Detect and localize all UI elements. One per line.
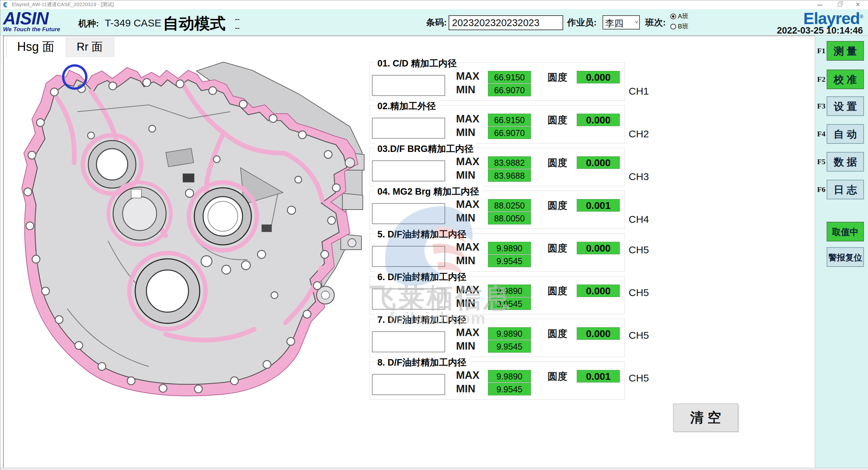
channel-label: CH2 — [629, 128, 649, 140]
max-value: 83.9882 — [488, 156, 531, 169]
aisin-logo-text: AISIN — [3, 10, 60, 27]
shift-label: 班次: — [645, 17, 666, 28]
barcode-input[interactable] — [449, 15, 563, 30]
max-label: MAX — [456, 241, 479, 253]
panel-02: 02.精加工外径 MAX 66.9150 MIN 66.9070 圆度 0.00… — [370, 105, 625, 143]
measure-button[interactable]: 测 量 — [827, 41, 864, 61]
min-value: 9.9545 — [488, 383, 531, 395]
aisin-logo: AISIN We Touch the Future — [3, 10, 60, 33]
measure-value-input[interactable] — [372, 203, 445, 224]
alarm-reset-button[interactable]: 警报复位 — [827, 247, 864, 267]
max-label: MAX — [456, 327, 479, 339]
data-button[interactable]: 数 据 — [827, 152, 864, 172]
elayred-logo: Elayred® — [803, 9, 863, 28]
shift-b-label: B班 — [678, 23, 689, 30]
app-window: Elayred_AW-11通道CASE_20220319 - [测试] ✕ AI… — [0, 0, 868, 470]
sidebar: F1 测 量 F2 校 准 F3 设 置 F4 自 动 F5 数 据 F6 日 … — [815, 36, 868, 468]
panel-title: 5. D/F油封精加工内径 — [375, 228, 469, 240]
panel-row-5: 5. D/F油封精加工内径 MAX 9.9890 MIN 9.9545 圆度 0… — [370, 233, 661, 272]
panel-row-7: 7. D/F油封精加工内径 MAX 9.9890 MIN 9.9545 圆度 0… — [370, 319, 661, 357]
measure-value-input[interactable] — [372, 289, 445, 310]
radio-selected-icon — [670, 14, 676, 19]
channel-label: CH5 — [629, 372, 649, 384]
max-label: MAX — [456, 70, 479, 82]
panel-row-3: 03.D/F BRG精加工内径 MAX 83.9882 MIN 83.9688 … — [370, 148, 661, 186]
mode-title: 自动模式 — [163, 13, 225, 34]
max-value: 9.9890 — [488, 370, 531, 383]
mode-dash-1: -- — [235, 15, 239, 23]
min-value: 88.0050 — [488, 212, 531, 224]
log-button[interactable]: 日 志 — [827, 180, 864, 199]
min-label: MIN — [456, 84, 475, 96]
max-value: 9.9890 — [488, 242, 531, 254]
elayred-logo-text: Elayred — [803, 9, 860, 27]
shift-a-option[interactable]: A班 — [670, 12, 689, 19]
max-label: MAX — [456, 198, 479, 211]
operator-select[interactable]: 李四 ˅ — [603, 15, 640, 30]
settings-button[interactable]: 设 置 — [827, 96, 864, 116]
fkey-f5: F5 — [817, 157, 827, 166]
radio-unselected-icon — [670, 24, 676, 30]
fkey-f4: F4 — [817, 130, 827, 138]
datetime: 2022-03-25 10:14:46 — [777, 25, 863, 36]
panel-title: 03.D/F BRG精加工内径 — [375, 143, 476, 155]
panel-title: 7. D/F油封精加工内径 — [375, 314, 469, 326]
min-label: MIN — [456, 383, 475, 395]
measure-value-input[interactable] — [372, 75, 445, 96]
roundness-label: 圆度 — [548, 242, 567, 255]
registered-mark: ® — [860, 14, 863, 19]
chevron-down-icon: ˅ — [635, 19, 638, 25]
roundness-label: 圆度 — [548, 285, 567, 298]
restore-button[interactable] — [832, 0, 847, 9]
panel-title: 04. MG2 Brg 精加工内径 — [375, 185, 482, 198]
max-label: MAX — [456, 156, 479, 168]
calibrate-button[interactable]: 校 准 — [827, 70, 864, 89]
channel-label: CH4 — [629, 214, 649, 225]
panel-row-8: 8. D/F油封精加工内径 MAX 9.9890 MIN 9.9545 圆度 0… — [370, 361, 661, 400]
roundness-label: 圆度 — [548, 370, 567, 384]
panel-row-2: 02.精加工外径 MAX 66.9150 MIN 66.9070 圆度 0.00… — [370, 105, 661, 143]
panel-title: 8. D/F油封精加工内径 — [375, 356, 469, 369]
min-label: MIN — [456, 169, 475, 181]
panel-row-1: 01. C/D 精加工内径 MAX 66.9150 MIN 66.9070 圆度… — [370, 62, 661, 101]
restore-icon — [838, 3, 842, 6]
roundness-label: 圆度 — [548, 199, 567, 213]
channel-label: CH5 — [629, 330, 649, 341]
min-value: 66.9070 — [488, 126, 531, 139]
measure-value-input[interactable] — [372, 374, 445, 395]
panel-05: 5. D/F油封精加工内径 MAX 9.9890 MIN 9.9545 圆度 0… — [370, 233, 625, 272]
panel-row-4: 04. MG2 Brg 精加工内径 MAX 88.0250 MIN 88.005… — [370, 191, 661, 229]
panel-title: 01. C/D 精加工内径 — [375, 57, 459, 70]
max-value: 66.9150 — [488, 114, 531, 126]
roundness-value: 0.001 — [577, 199, 620, 212]
max-value: 88.0250 — [488, 199, 531, 212]
part-drawing — [6, 51, 367, 400]
roundness-value: 0.001 — [577, 370, 620, 383]
minimize-button[interactable] — [812, 0, 828, 9]
fkey-f1: F1 — [817, 46, 827, 55]
model-label: 机种: — [78, 18, 99, 28]
channel-label: CH5 — [629, 287, 649, 298]
max-value: 66.9150 — [488, 71, 531, 83]
measure-value-input[interactable] — [372, 118, 445, 139]
shift-a-label: A班 — [678, 13, 689, 20]
auto-button[interactable]: 自 动 — [827, 124, 864, 144]
measure-value-input[interactable] — [372, 160, 445, 181]
panel-title: 6. D/F油封精加工内径 — [375, 271, 469, 283]
measure-value-input[interactable] — [372, 331, 445, 352]
panel-08: 8. D/F油封精加工内径 MAX 9.9890 MIN 9.9545 圆度 0… — [370, 361, 625, 400]
panel-06: 6. D/F油封精加工内径 MAX 9.9890 MIN 9.9545 圆度 0… — [370, 276, 625, 314]
panel-03: 03.D/F BRG精加工内径 MAX 83.9882 MIN 83.9688 … — [370, 148, 625, 186]
clear-button[interactable]: 清 空 — [673, 404, 738, 432]
close-button[interactable]: ✕ — [850, 0, 866, 9]
shift-b-option[interactable]: B班 — [670, 22, 689, 30]
min-label: MIN — [456, 126, 475, 139]
min-value: 9.9545 — [488, 255, 531, 267]
app-icon — [3, 2, 9, 8]
channel-label: CH5 — [629, 244, 649, 256]
roundness-value: 0.000 — [577, 285, 620, 297]
measure-value-input[interactable] — [372, 246, 445, 267]
sampling-button[interactable]: 取值中 — [827, 222, 864, 241]
mode-dashes: -- -- — [235, 15, 239, 32]
measurement-panels: 01. C/D 精加工内径 MAX 66.9150 MIN 66.9070 圆度… — [370, 62, 661, 404]
